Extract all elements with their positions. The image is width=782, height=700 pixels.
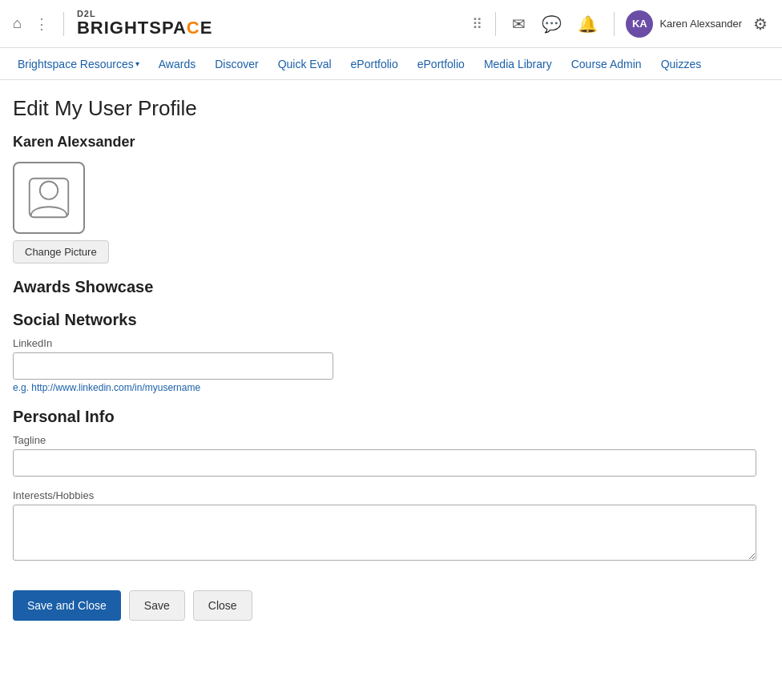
interests-label: Interests/Hobbies: [13, 489, 756, 501]
avatar-image: [13, 162, 85, 234]
logo-brightspace: BRIGHTSPACE: [77, 18, 213, 38]
nav-bar: Brightspace Resources ▾ Awards Discover …: [0, 48, 782, 80]
nav-label-brightspace-resources: Brightspace Resources: [18, 58, 134, 70]
svg-rect-1: [30, 179, 69, 218]
header-divider-3: [614, 12, 615, 36]
tagline-input[interactable]: [13, 449, 756, 477]
svg-point-0: [40, 181, 58, 199]
nav-item-brightspace-resources[interactable]: Brightspace Resources ▾: [10, 51, 147, 77]
bell-icon[interactable]: 🔔: [573, 10, 603, 38]
actions-bar: Save and Close Save Close: [13, 582, 756, 621]
tagline-field-group: Tagline: [13, 434, 756, 477]
mail-icon[interactable]: ✉: [507, 10, 530, 38]
nav-item-quick-eval[interactable]: Quick Eval: [270, 51, 340, 77]
nav-item-eportfolio-1[interactable]: ePortfolio: [343, 51, 406, 77]
change-picture-button[interactable]: Change Picture: [13, 240, 109, 264]
awards-showcase-title: Awards Showcase: [13, 278, 756, 296]
user-full-name: Karen Alexsander: [13, 134, 756, 151]
page-title: Edit My User Profile: [13, 96, 756, 121]
header: ⌂ ⋮ D2L BRIGHTSPACE ⠿ ✉ 💬 🔔 KA Karen Ale…: [0, 0, 782, 48]
header-left: ⌂ ⋮ D2L BRIGHTSPACE: [10, 9, 212, 38]
avatar-area: Change Picture: [13, 162, 756, 264]
interests-field-group: Interests/Hobbies: [13, 489, 756, 563]
user-name-header[interactable]: Karen Alexsander: [659, 18, 742, 30]
logo-accent: C: [187, 18, 200, 38]
avatar-person-icon: [26, 175, 71, 220]
nav-item-discover[interactable]: Discover: [207, 51, 266, 77]
drag-handle-icon: ⋮: [33, 12, 50, 36]
logo: D2L BRIGHTSPACE: [77, 9, 213, 38]
close-button[interactable]: Close: [193, 590, 252, 621]
linkedin-input[interactable]: [13, 352, 333, 380]
nav-item-course-admin[interactable]: Course Admin: [563, 51, 650, 77]
linkedin-field-group: LinkedIn e.g. http://www.linkedin.com/in…: [13, 337, 756, 393]
interests-textarea[interactable]: [13, 505, 756, 561]
linkedin-hint: e.g. http://www.linkedin.com/in/myuserna…: [13, 382, 756, 393]
save-button[interactable]: Save: [129, 590, 185, 621]
chat-icon[interactable]: 💬: [537, 10, 566, 38]
header-divider-2: [495, 12, 496, 36]
settings-icon[interactable]: ⚙: [748, 10, 772, 38]
linkedin-label: LinkedIn: [13, 337, 756, 349]
tagline-label: Tagline: [13, 434, 756, 446]
nav-item-quizzes[interactable]: Quizzes: [653, 51, 710, 77]
header-right: ⠿ ✉ 💬 🔔 KA Karen Alexsander ⚙: [470, 10, 772, 38]
apps-icon[interactable]: ⠿: [470, 12, 484, 36]
social-networks-title: Social Networks: [13, 311, 756, 329]
main-content: Edit My User Profile Karen Alexsander Ch…: [0, 80, 769, 637]
user-avatar-badge[interactable]: KA: [626, 10, 653, 38]
save-and-close-button[interactable]: Save and Close: [13, 590, 121, 621]
nav-arrow-brightspace-resources: ▾: [135, 59, 139, 68]
nav-item-eportfolio-2[interactable]: ePortfolio: [409, 51, 473, 77]
home-icon[interactable]: ⌂: [10, 12, 25, 35]
nav-item-awards[interactable]: Awards: [151, 51, 204, 77]
personal-info-title: Personal Info: [13, 408, 756, 426]
nav-item-media-library[interactable]: Media Library: [476, 51, 560, 77]
header-divider: [63, 12, 64, 36]
